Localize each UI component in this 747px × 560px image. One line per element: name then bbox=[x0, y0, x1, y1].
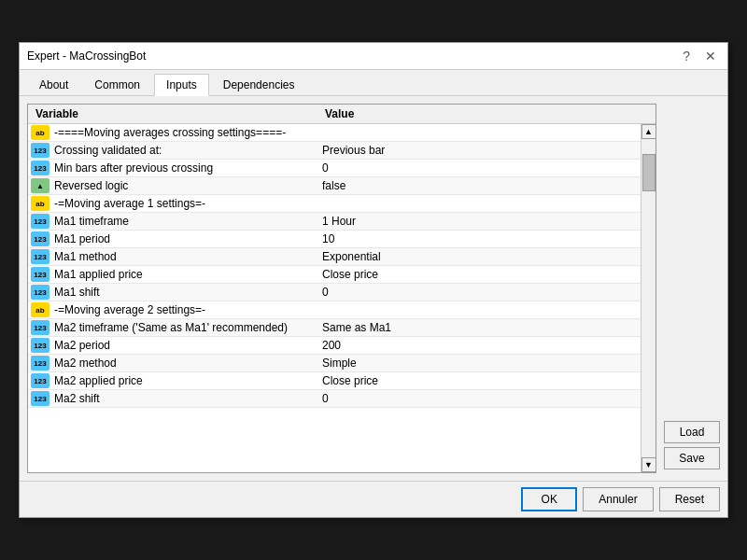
row-value bbox=[318, 309, 641, 311]
row-value: 200 bbox=[318, 338, 641, 353]
expert-window: Expert - MaCrossingBot ? ✕ About Common … bbox=[19, 42, 728, 518]
variables-table: Variable Value ab -====Moving averages c… bbox=[27, 104, 656, 473]
scroll-up-arrow[interactable]: ▲ bbox=[641, 124, 656, 139]
row-variable: Ma2 applied price bbox=[52, 373, 318, 388]
icon-123: 123 bbox=[31, 214, 49, 229]
table-row[interactable]: 123 Ma1 timeframe 1 Hour bbox=[28, 213, 641, 231]
row-value: Close price bbox=[318, 267, 641, 282]
table-row[interactable]: ab -====Moving averages crossing setting… bbox=[28, 124, 641, 142]
row-variable: Ma1 method bbox=[52, 249, 318, 264]
row-variable: -=Moving average 2 settings=- bbox=[52, 302, 318, 317]
row-value: false bbox=[318, 178, 641, 193]
row-value: Close price bbox=[318, 373, 641, 388]
icon-123: 123 bbox=[31, 320, 49, 335]
tab-about[interactable]: About bbox=[27, 74, 80, 95]
table-row[interactable]: ab -=Moving average 2 settings=- bbox=[28, 301, 641, 319]
row-value: 10 bbox=[318, 231, 641, 246]
icon-123: 123 bbox=[31, 356, 49, 371]
title-bar: Expert - MaCrossingBot ? ✕ bbox=[20, 43, 727, 70]
row-variable: Ma1 applied price bbox=[52, 267, 318, 282]
table-row[interactable]: 123 Ma2 applied price Close price bbox=[28, 372, 641, 390]
window-title: Expert - MaCrossingBot bbox=[27, 49, 146, 63]
load-button[interactable]: Load bbox=[664, 421, 720, 443]
icon-123: 123 bbox=[31, 231, 49, 246]
icon-123: 123 bbox=[31, 373, 49, 388]
header-variable: Variable bbox=[32, 107, 321, 120]
table-body: ab -====Moving averages crossing setting… bbox=[28, 124, 641, 472]
row-value: Simple bbox=[318, 356, 641, 371]
main-content: Variable Value ab -====Moving averages c… bbox=[20, 96, 727, 481]
row-variable: Ma2 shift bbox=[52, 391, 318, 406]
header-value: Value bbox=[321, 107, 652, 120]
row-value: Exponential bbox=[318, 249, 641, 264]
icon-bool: ▲ bbox=[31, 178, 49, 193]
table-row[interactable]: 123 Ma1 method Exponential bbox=[28, 248, 641, 266]
reset-button[interactable]: Reset bbox=[659, 487, 720, 511]
row-variable: Ma2 timeframe ('Same as Ma1' recommended… bbox=[52, 320, 318, 335]
icon-123: 123 bbox=[31, 143, 49, 158]
row-variable: Ma1 period bbox=[52, 231, 318, 246]
icon-ab: ab bbox=[31, 196, 49, 211]
table-row[interactable]: ▲ Reversed logic false bbox=[28, 177, 641, 195]
table-row[interactable]: 123 Ma2 shift 0 bbox=[28, 390, 641, 408]
row-value: 0 bbox=[318, 285, 641, 300]
row-value bbox=[318, 203, 641, 204]
save-button[interactable]: Save bbox=[664, 447, 720, 469]
row-variable: Crossing validated at: bbox=[52, 143, 318, 158]
row-variable: Ma2 method bbox=[52, 356, 318, 371]
table-row[interactable]: 123 Ma1 shift 0 bbox=[28, 284, 641, 301]
row-variable: Ma2 period bbox=[52, 338, 318, 353]
row-variable: Min bars after previous crossing bbox=[52, 161, 318, 175]
scroll-down-arrow[interactable]: ▼ bbox=[641, 457, 656, 472]
icon-123: 123 bbox=[31, 267, 49, 282]
row-variable: -=Moving average 1 settings=- bbox=[52, 196, 318, 211]
row-value: Same as Ma1 bbox=[318, 320, 641, 335]
row-variable: Ma1 timeframe bbox=[52, 214, 318, 229]
row-variable: Reversed logic bbox=[52, 178, 318, 193]
table-row[interactable]: 123 Ma2 method Simple bbox=[28, 355, 641, 372]
scroll-thumb[interactable] bbox=[642, 154, 655, 191]
tab-common[interactable]: Common bbox=[82, 74, 152, 95]
row-variable: Ma1 shift bbox=[52, 285, 318, 300]
icon-123: 123 bbox=[31, 161, 49, 175]
tab-inputs[interactable]: Inputs bbox=[154, 74, 209, 96]
row-value: Previous bar bbox=[318, 143, 641, 158]
table-row[interactable]: ab -=Moving average 1 settings=- bbox=[28, 195, 641, 213]
icon-ab: ab bbox=[31, 125, 49, 140]
table-row[interactable]: 123 Crossing validated at: Previous bar bbox=[28, 142, 641, 160]
row-value: 0 bbox=[318, 391, 641, 406]
icon-123: 123 bbox=[31, 338, 49, 353]
title-bar-controls: ? ✕ bbox=[679, 49, 720, 63]
row-value: 0 bbox=[318, 161, 641, 175]
ok-button[interactable]: OK bbox=[521, 487, 577, 511]
table-header: Variable Value bbox=[28, 105, 655, 124]
table-row[interactable]: 123 Ma2 period 200 bbox=[28, 337, 641, 355]
icon-ab: ab bbox=[31, 302, 49, 317]
close-button[interactable]: ✕ bbox=[701, 49, 720, 63]
table-row[interactable]: 123 Ma2 timeframe ('Same as Ma1' recomme… bbox=[28, 319, 641, 337]
table-row[interactable]: 123 Min bars after previous crossing 0 bbox=[28, 160, 641, 177]
tab-dependencies[interactable]: Dependencies bbox=[211, 74, 307, 95]
table-wrapper: ab -====Moving averages crossing setting… bbox=[28, 124, 655, 472]
row-value: 1 Hour bbox=[318, 214, 641, 229]
table-row[interactable]: 123 Ma1 period 10 bbox=[28, 231, 641, 248]
side-buttons: Load Save bbox=[664, 104, 720, 473]
scrollbar[interactable]: ▲ ▼ bbox=[641, 124, 655, 472]
annuler-button[interactable]: Annuler bbox=[583, 487, 653, 511]
footer: OK Annuler Reset bbox=[20, 481, 727, 517]
row-variable: -====Moving averages crossing settings==… bbox=[52, 125, 318, 140]
row-value bbox=[318, 132, 641, 133]
icon-123: 123 bbox=[31, 391, 49, 406]
icon-123: 123 bbox=[31, 249, 49, 264]
table-row[interactable]: 123 Ma1 applied price Close price bbox=[28, 266, 641, 284]
help-button[interactable]: ? bbox=[679, 49, 694, 63]
tab-bar: About Common Inputs Dependencies bbox=[20, 70, 727, 96]
icon-123: 123 bbox=[31, 285, 49, 300]
